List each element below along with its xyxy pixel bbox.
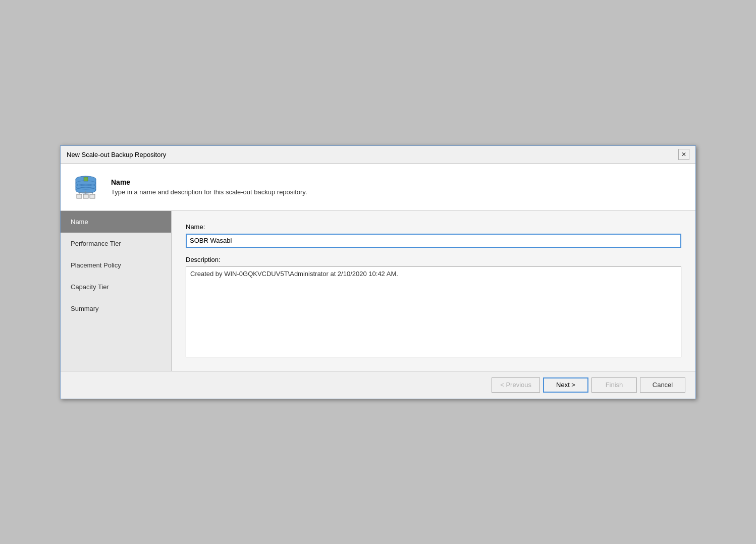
title-bar: New Scale-out Backup Repository ✕ bbox=[61, 146, 695, 164]
dialog-title: New Scale-out Backup Repository bbox=[67, 151, 166, 158]
sidebar: Name Performance Tier Placement Policy C… bbox=[61, 211, 172, 371]
svg-rect-9 bbox=[90, 194, 95, 198]
database-icon bbox=[71, 172, 101, 202]
svg-rect-15 bbox=[84, 177, 88, 181]
close-button[interactable]: ✕ bbox=[678, 149, 689, 160]
cancel-button[interactable]: Cancel bbox=[640, 377, 685, 393]
sidebar-item-performance-tier[interactable]: Performance Tier bbox=[61, 233, 171, 254]
finish-button[interactable]: Finish bbox=[591, 377, 637, 393]
name-input[interactable] bbox=[186, 234, 681, 248]
sidebar-item-placement-policy[interactable]: Placement Policy bbox=[61, 254, 171, 276]
description-label: Description: bbox=[186, 256, 681, 263]
sidebar-item-capacity-tier[interactable]: Capacity Tier bbox=[61, 276, 171, 298]
next-button[interactable]: Next > bbox=[543, 377, 588, 393]
sidebar-item-summary[interactable]: Summary bbox=[61, 298, 171, 319]
footer: < Previous Next > Finish Cancel bbox=[61, 371, 695, 399]
header-subtitle: Type in a name and description for this … bbox=[111, 188, 307, 196]
header-title: Name bbox=[111, 178, 307, 186]
svg-rect-7 bbox=[77, 194, 82, 198]
content-area: Name Performance Tier Placement Policy C… bbox=[61, 211, 695, 371]
main-panel: Name: Description: bbox=[172, 211, 695, 371]
svg-rect-8 bbox=[83, 194, 88, 198]
header-text: Name Type in a name and description for … bbox=[111, 178, 307, 196]
description-textarea[interactable] bbox=[186, 266, 681, 357]
header-section: Name Type in a name and description for … bbox=[61, 164, 695, 211]
previous-button[interactable]: < Previous bbox=[492, 377, 540, 393]
sidebar-item-name[interactable]: Name bbox=[61, 211, 171, 233]
name-label: Name: bbox=[186, 223, 681, 231]
dialog: New Scale-out Backup Repository ✕ bbox=[60, 145, 696, 399]
